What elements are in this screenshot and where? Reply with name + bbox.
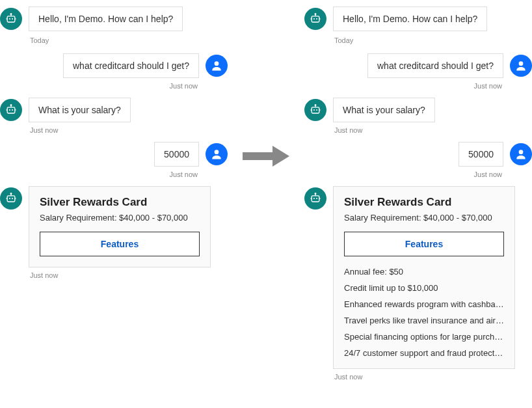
recommendation-card-expanded: Silver Rewards Card Salary Requirement: … bbox=[333, 186, 515, 369]
bot-message: Hello, I'm Demo. How can I help? bbox=[333, 7, 487, 31]
svg-point-43 bbox=[316, 198, 317, 199]
transition-arrow bbox=[228, 7, 304, 169]
bot-avatar bbox=[304, 99, 326, 121]
timestamp: Just now bbox=[0, 82, 228, 90]
card-title: Silver Rewards Card bbox=[40, 196, 200, 209]
bot-message: What is your salary? bbox=[333, 98, 435, 122]
recommendation-card: Silver Rewards Card Salary Requirement: … bbox=[29, 186, 211, 267]
feature-item: Special financing options for large purc… bbox=[344, 332, 504, 342]
bot-message: Hello, I'm Demo. How can I help? bbox=[29, 7, 183, 31]
svg-point-32 bbox=[519, 61, 524, 66]
svg-point-7 bbox=[215, 61, 219, 66]
user-message: 50000 bbox=[154, 142, 199, 167]
features-list: Annual fee: $50 Credit limit up to $10,0… bbox=[344, 267, 504, 358]
svg-point-4 bbox=[10, 14, 12, 15]
feature-item: 24/7 customer support and fraud protecti… bbox=[344, 348, 504, 358]
svg-marker-24 bbox=[273, 146, 289, 167]
svg-point-34 bbox=[313, 109, 315, 111]
svg-point-17 bbox=[9, 198, 10, 199]
svg-point-1 bbox=[9, 18, 10, 20]
chat-panel-after: Hello, I'm Demo. How can I help? Today w… bbox=[304, 7, 532, 388]
svg-rect-41 bbox=[312, 196, 319, 202]
user-message: 50000 bbox=[459, 142, 503, 167]
svg-point-27 bbox=[316, 18, 317, 20]
svg-point-45 bbox=[315, 193, 316, 195]
svg-point-2 bbox=[12, 18, 13, 20]
timestamp: Just now bbox=[304, 170, 532, 178]
svg-rect-33 bbox=[312, 107, 319, 113]
day-separator: Today bbox=[0, 36, 228, 44]
bot-message: What is your salary? bbox=[29, 98, 131, 122]
svg-rect-23 bbox=[243, 152, 273, 160]
svg-rect-0 bbox=[7, 16, 15, 22]
user-message: what creditcard should I get? bbox=[63, 53, 199, 78]
svg-point-18 bbox=[12, 198, 13, 199]
chat-panel-before: Hello, I'm Demo. How can I help? Today w… bbox=[0, 7, 228, 287]
feature-item: Enhanced rewards program with cashback o… bbox=[344, 299, 504, 309]
svg-point-9 bbox=[9, 109, 10, 111]
feature-item: Credit limit up to $10,000 bbox=[344, 283, 504, 293]
svg-point-29 bbox=[315, 14, 316, 15]
svg-point-40 bbox=[519, 150, 524, 154]
user-avatar bbox=[206, 143, 228, 165]
svg-point-37 bbox=[315, 105, 316, 106]
svg-point-42 bbox=[313, 198, 315, 199]
card-title: Silver Rewards Card bbox=[344, 196, 504, 209]
timestamp: Just now bbox=[304, 126, 532, 134]
features-button[interactable]: Features bbox=[344, 232, 504, 256]
timestamp: Just now bbox=[0, 271, 228, 279]
svg-point-15 bbox=[215, 150, 219, 154]
feature-item: Travel perks like travel insurance and a… bbox=[344, 316, 504, 325]
day-separator: Today bbox=[304, 36, 532, 44]
svg-rect-25 bbox=[312, 16, 319, 22]
user-message: what creditcard should I get? bbox=[367, 53, 503, 78]
svg-point-26 bbox=[313, 18, 315, 20]
timestamp: Just now bbox=[304, 82, 532, 90]
timestamp: Just now bbox=[0, 126, 228, 134]
svg-point-12 bbox=[10, 105, 12, 106]
bot-avatar bbox=[0, 99, 22, 121]
timestamp: Just now bbox=[304, 373, 532, 381]
svg-rect-8 bbox=[7, 107, 15, 113]
card-subtitle: Salary Requirement: $40,000 - $70,000 bbox=[40, 213, 200, 223]
svg-point-10 bbox=[12, 109, 13, 111]
bot-avatar bbox=[304, 8, 326, 30]
bot-avatar bbox=[304, 187, 326, 210]
user-avatar bbox=[206, 55, 228, 77]
bot-avatar bbox=[0, 8, 22, 30]
features-button[interactable]: Features bbox=[40, 232, 200, 256]
svg-rect-16 bbox=[7, 196, 15, 202]
svg-point-20 bbox=[10, 193, 12, 195]
bot-avatar bbox=[0, 187, 22, 210]
timestamp: Just now bbox=[0, 170, 228, 178]
card-subtitle: Salary Requirement: $40,000 - $70,000 bbox=[344, 213, 504, 223]
user-avatar bbox=[510, 143, 532, 165]
feature-item: Annual fee: $50 bbox=[344, 267, 504, 277]
svg-point-35 bbox=[316, 109, 317, 111]
user-avatar bbox=[510, 55, 532, 77]
